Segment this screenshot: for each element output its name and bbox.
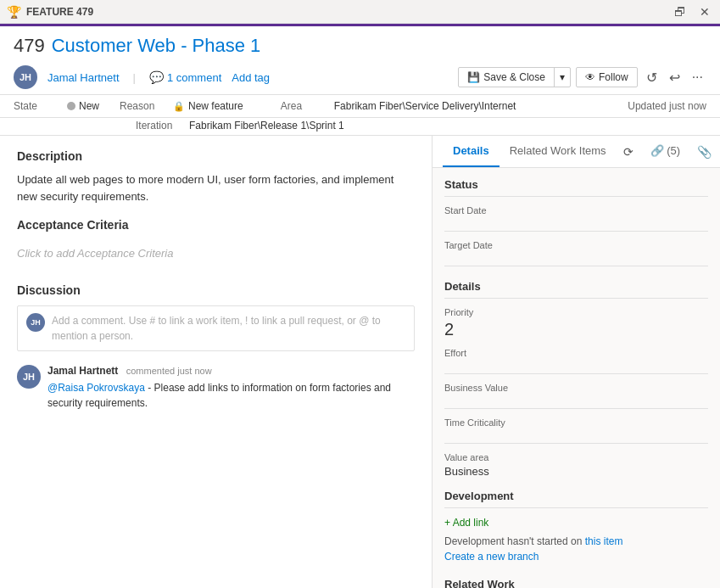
commenter-avatar: JH <box>17 365 41 389</box>
comment-author: Jamal Hartnett commented just now <box>47 365 415 377</box>
state-dot <box>67 102 75 110</box>
meta-row: State New Reason 🔒 New feature Area Fabr… <box>0 95 720 118</box>
title-bar-text: FEATURE 479 <box>26 6 93 18</box>
follow-button[interactable]: 👁 Follow <box>576 67 638 87</box>
right-panel: Details Related Work Items ⟳ 🔗 (5) 📎 Sta… <box>433 136 720 588</box>
area-field: Area Fabrikam Fiber\Service Delivery\Int… <box>281 100 516 112</box>
comment-mention: @Raisa Pokrovskaya <box>47 382 145 394</box>
close-button[interactable]: ✕ <box>696 3 713 20</box>
header-actions: JH Jamal Hartnett | 💬 1 comment Add tag … <box>14 65 706 89</box>
follow-label: Follow <box>599 71 628 83</box>
tab-links[interactable]: 🔗 (5) <box>640 136 691 167</box>
reason-value: 🔒 New feature <box>173 100 243 112</box>
area-label: Area <box>281 100 327 112</box>
time-criticality-field: Time Criticality <box>444 417 708 444</box>
tab-details[interactable]: Details <box>443 136 500 167</box>
header: 479 Customer Web - Phase 1 JH Jamal Hart… <box>0 26 720 95</box>
comment-button[interactable]: 💬 1 comment <box>149 70 221 84</box>
save-close-dropdown[interactable]: ▾ <box>555 68 570 87</box>
status-section: Status Start Date Target Date <box>444 178 708 266</box>
meta-row-2: Iteration Fabrikam Fiber\Release 1\Sprin… <box>0 118 720 136</box>
dev-info-text: Development hasn't started on this item … <box>444 534 708 564</box>
acceptance-criteria-section: Acceptance Criteria Click to add Accepta… <box>17 218 415 266</box>
comment-time: commented just now <box>126 366 212 376</box>
status-title: Status <box>444 178 708 197</box>
lock-icon: 🔒 <box>173 101 185 112</box>
description-section: Description Update all web pages to more… <box>17 149 415 204</box>
time-criticality-value[interactable] <box>444 430 708 444</box>
tab-history[interactable]: ⟳ <box>617 137 640 167</box>
comment-text: @Raisa Pokrovskaya - Please add links to… <box>47 380 415 411</box>
discussion-title: Discussion <box>17 283 415 297</box>
effort-value[interactable] <box>444 361 708 374</box>
title-bar-left: 🏆 FEATURE 479 <box>7 5 93 19</box>
title-bar: 🏆 FEATURE 479 🗗 ✕ <box>0 0 720 24</box>
iteration-field: Iteration Fabrikam Fiber\Release 1\Sprin… <box>136 120 344 132</box>
work-item-title: 479 Customer Web - Phase 1 <box>14 35 706 57</box>
dev-add-link-button[interactable]: + Add link <box>444 517 708 529</box>
acceptance-criteria-placeholder[interactable]: Click to add Acceptance Criteria <box>17 240 415 266</box>
target-date-label: Target Date <box>444 240 708 250</box>
development-section: Development + Add link Development hasn'… <box>444 490 708 564</box>
right-content: Status Start Date Target Date Details Pr… <box>433 168 720 588</box>
updated-text: Updated just now <box>628 100 706 112</box>
start-date-field: Start Date <box>444 205 708 232</box>
business-value-label: Business Value <box>444 383 708 393</box>
acceptance-criteria-title: Acceptance Criteria <box>17 218 415 232</box>
undo-button[interactable]: ↩ <box>666 68 684 87</box>
business-value-value[interactable] <box>444 395 708 409</box>
tab-related-work-items[interactable]: Related Work Items <box>500 136 617 167</box>
save-close-button[interactable]: 💾 Save & Close ▾ <box>458 67 571 87</box>
reason-field: Reason 🔒 New feature <box>120 100 243 112</box>
main-content: Description Update all web pages to more… <box>0 136 720 588</box>
tab-attachments[interactable]: 📎 <box>690 137 718 167</box>
tabs-bar: Details Related Work Items ⟳ 🔗 (5) 📎 <box>433 136 720 168</box>
iteration-value: Fabrikam Fiber\Release 1\Sprint 1 <box>189 120 344 132</box>
area-value: Fabrikam Fiber\Service Delivery\Internet <box>334 100 516 112</box>
details-sub-section: Details Priority 2 Effort Business Value… <box>444 280 708 478</box>
comment-author-name: Jamal Hartnett <box>47 365 118 377</box>
development-title: Development <box>444 490 708 508</box>
dev-this-item-link[interactable]: this item <box>585 535 623 547</box>
work-item-number: 479 <box>14 35 45 57</box>
value-area-field: Value area Business <box>444 452 708 478</box>
comment-count: 1 comment <box>167 71 221 84</box>
create-new-branch-link[interactable]: Create a new branch <box>444 551 539 563</box>
save-close-label: Save & Close <box>483 71 545 83</box>
comment-item: JH Jamal Hartnett commented just now @Ra… <box>17 365 415 411</box>
avatar: JH <box>14 65 37 89</box>
priority-field: Priority 2 <box>444 307 708 339</box>
left-panel: Description Update all web pages to more… <box>0 136 433 588</box>
state-label: State <box>14 100 60 112</box>
discussion-section: Discussion JH Add a comment. Use # to li… <box>17 283 415 411</box>
related-work-section: Related Work + Add link ▾ Parent 🏆 👑 <box>444 578 708 588</box>
description-title: Description <box>17 149 415 163</box>
trophy-icon: 🏆 <box>7 5 21 19</box>
description-body: Update all web pages to more modern UI, … <box>17 173 393 203</box>
add-tag-button[interactable]: Add tag <box>232 71 270 84</box>
user-avatar-small: JH <box>26 313 45 332</box>
value-area-label: Value area <box>444 452 708 462</box>
comment-input[interactable]: JH Add a comment. Use # to link a work i… <box>17 305 415 351</box>
priority-label: Priority <box>444 307 708 317</box>
start-date-label: Start Date <box>444 205 708 216</box>
state-value: New <box>67 100 99 112</box>
effort-field: Effort <box>444 348 708 374</box>
comment-placeholder: Add a comment. Use # to link a work item… <box>52 313 405 344</box>
refresh-button[interactable]: ↺ <box>643 68 661 87</box>
target-date-value[interactable] <box>444 253 708 266</box>
work-item-name: Customer Web - Phase 1 <box>52 35 261 57</box>
comment-icon: 💬 <box>149 70 164 84</box>
eye-icon: 👁 <box>585 71 595 83</box>
header-right: 💾 Save & Close ▾ 👁 Follow ↺ ↩ ··· <box>458 67 706 87</box>
comment-body: Jamal Hartnett commented just now @Raisa… <box>47 365 415 411</box>
state-field: State New <box>14 100 99 112</box>
start-date-value[interactable] <box>444 218 708 232</box>
minimize-button[interactable]: 🗗 <box>671 3 689 20</box>
save-close-main[interactable]: 💾 Save & Close <box>459 68 555 87</box>
more-button[interactable]: ··· <box>689 68 706 87</box>
business-value-field: Business Value <box>444 383 708 409</box>
title-bar-right: 🗗 ✕ <box>671 3 713 20</box>
author-name: Jamal Hartnett <box>47 71 120 84</box>
target-date-field: Target Date <box>444 240 708 266</box>
